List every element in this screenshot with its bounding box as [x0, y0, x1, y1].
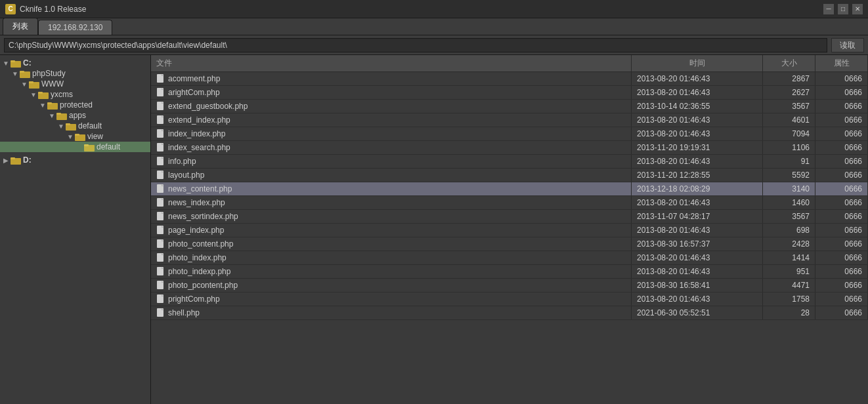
- file-attr: 0666: [815, 72, 868, 85]
- toggle-apps: ▼: [47, 112, 56, 119]
- file-size: 951: [763, 265, 815, 278]
- file-size: 2627: [763, 86, 815, 99]
- file-name-cell: news_sortindex.php: [151, 210, 632, 223]
- table-row[interactable]: extend_index.php2013-08-20 01:46:4346010…: [151, 113, 868, 127]
- yxcms-label: yxcms: [51, 90, 73, 99]
- header-attr: 属性: [815, 55, 868, 71]
- file-size: 91: [763, 155, 815, 168]
- file-size: 1414: [763, 251, 815, 264]
- table-row[interactable]: photo_pcontent.php2013-08-30 16:58:41447…: [151, 279, 868, 293]
- file-icon: [156, 157, 165, 166]
- default-label: default: [78, 121, 102, 131]
- file-time: 2013-12-18 02:08:29: [632, 182, 763, 195]
- tree-yxcms[interactable]: ▼ yxcms: [0, 89, 150, 100]
- file-name: arightCom.php: [168, 88, 220, 97]
- file-icon: [156, 74, 165, 83]
- tree-protected[interactable]: ▼ protected: [0, 100, 150, 110]
- tree-drive-c[interactable]: ▼ C:: [0, 58, 150, 68]
- table-row[interactable]: photo_index.php2013-08-20 01:46:43141406…: [151, 251, 868, 265]
- maximize-button[interactable]: □: [838, 4, 848, 14]
- app-icon: C: [5, 4, 16, 14]
- window-controls[interactable]: ─ □ ✕: [823, 4, 863, 14]
- file-time: 2013-08-20 01:46:43: [632, 86, 763, 99]
- file-attr: 0666: [815, 86, 868, 99]
- file-time: 2021-06-30 05:52:51: [632, 306, 763, 319]
- table-row[interactable]: acomment.php2013-08-20 01:46:4328670666: [151, 72, 868, 86]
- table-row[interactable]: shell.php2021-06-30 05:52:51280666: [151, 306, 868, 320]
- file-attr: 0666: [815, 155, 868, 168]
- tree-default[interactable]: ▼ default: [0, 121, 150, 131]
- file-time: 2013-08-20 01:46:43: [632, 293, 763, 306]
- file-name-cell: news_content.php: [151, 182, 632, 195]
- title-bar-left: C Cknife 1.0 Release: [5, 4, 86, 14]
- file-name: index_index.php: [168, 129, 225, 138]
- tree-default-selected[interactable]: default: [0, 142, 150, 152]
- tab-server[interactable]: 192.168.92.130: [38, 20, 112, 35]
- file-icon: [156, 267, 165, 276]
- tree-apps[interactable]: ▼ apps: [0, 110, 150, 121]
- toggle-c: ▼: [1, 60, 11, 67]
- tree-panel: ▼ C: ▼ phpStudy ▼ WWW ▼: [0, 55, 151, 404]
- table-row[interactable]: page_index.php2013-08-20 01:46:436980666: [151, 224, 868, 237]
- file-icon: [156, 115, 165, 125]
- address-input[interactable]: [4, 38, 827, 52]
- read-button[interactable]: 读取: [831, 38, 864, 52]
- file-size: 2867: [763, 72, 815, 85]
- file-icon: [156, 226, 165, 235]
- svg-rect-15: [75, 134, 79, 136]
- file-icon: [156, 253, 165, 262]
- svg-rect-1: [11, 60, 15, 62]
- protected-label: protected: [60, 100, 93, 110]
- file-name: extend_index.php: [168, 115, 230, 125]
- file-time: 2013-08-20 01:46:43: [632, 251, 763, 264]
- tab-bar: 列表 192.168.92.130: [0, 18, 868, 35]
- file-size: 698: [763, 224, 815, 237]
- toggle-protected: ▼: [38, 102, 47, 109]
- table-row[interactable]: photo_content.php2013-08-30 16:57:372428…: [151, 237, 868, 251]
- table-row[interactable]: prightCom.php2013-08-20 01:46:4317580666: [151, 293, 868, 306]
- file-name: photo_index.php: [168, 253, 227, 262]
- file-size: 3567: [763, 210, 815, 223]
- file-name-cell: photo_content.php: [151, 237, 632, 251]
- tree-drive-d[interactable]: ▶ D:: [0, 155, 150, 165]
- file-attr: 0666: [815, 100, 868, 113]
- file-rows-container: acomment.php2013-08-20 01:46:4328670666a…: [151, 72, 868, 320]
- file-header: 文件 时间 大小 属性: [151, 55, 868, 72]
- folder-icon-yxcms: [38, 91, 49, 99]
- file-name-cell: arightCom.php: [151, 86, 632, 99]
- table-row[interactable]: news_content.php2013-12-18 02:08:2931400…: [151, 182, 868, 196]
- file-icon: [156, 143, 165, 152]
- table-row[interactable]: index_index.php2013-08-20 01:46:43709406…: [151, 127, 868, 141]
- file-size: 5592: [763, 169, 815, 182]
- apps-label: apps: [69, 111, 86, 120]
- table-row[interactable]: photo_indexp.php2013-08-20 01:46:4395106…: [151, 265, 868, 279]
- file-attr: 0666: [815, 210, 868, 223]
- table-row[interactable]: layout.php2013-11-20 12:28:5555920666: [151, 169, 868, 182]
- file-name: acomment.php: [168, 74, 220, 83]
- table-row[interactable]: info.php2013-08-20 01:46:43910666: [151, 155, 868, 169]
- table-row[interactable]: news_sortindex.php2013-11-07 04:28:17356…: [151, 210, 868, 224]
- file-name: index_search.php: [168, 143, 230, 152]
- folder-icon-default-sel: [84, 143, 95, 152]
- folder-icon-www: [29, 80, 39, 89]
- toggle-default: ▼: [56, 123, 66, 130]
- file-size: 2428: [763, 237, 815, 251]
- tree-phpstudy[interactable]: ▼ phpStudy: [0, 68, 150, 79]
- file-name-cell: prightCom.php: [151, 293, 632, 306]
- table-row[interactable]: news_index.php2013-08-20 01:46:431460066…: [151, 196, 868, 210]
- tree-www[interactable]: ▼ WWW: [0, 79, 150, 89]
- table-row[interactable]: extend_guestbook.php2013-10-14 02:36:553…: [151, 100, 868, 113]
- tree-view[interactable]: ▼ view: [0, 131, 150, 142]
- file-name-cell: shell.php: [151, 306, 632, 319]
- file-name: news_index.php: [168, 198, 225, 207]
- file-size: 4471: [763, 279, 815, 292]
- file-name-cell: news_index.php: [151, 196, 632, 209]
- tab-list[interactable]: 列表: [3, 18, 38, 35]
- close-button[interactable]: ✕: [852, 4, 863, 14]
- minimize-button[interactable]: ─: [823, 4, 834, 14]
- svg-rect-17: [84, 144, 89, 146]
- folder-icon-d: [11, 156, 21, 165]
- table-row[interactable]: arightCom.php2013-08-20 01:46:4326270666: [151, 86, 868, 100]
- table-row[interactable]: index_search.php2013-11-20 19:19:3111060…: [151, 141, 868, 155]
- main-layout: ▼ C: ▼ phpStudy ▼ WWW ▼: [0, 55, 868, 404]
